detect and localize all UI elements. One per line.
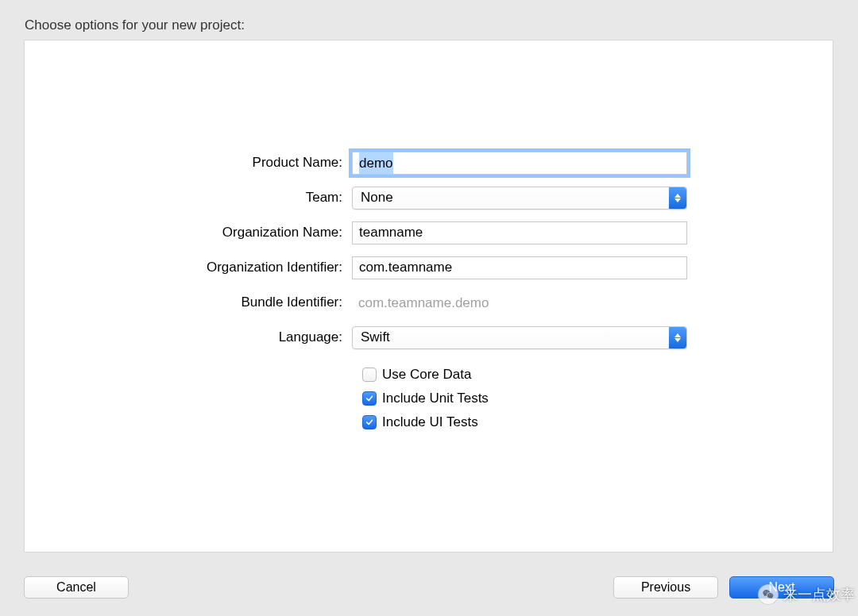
label-team: Team: — [25, 190, 352, 206]
product-name-field[interactable]: demo — [352, 152, 687, 175]
next-button[interactable]: Next — [729, 576, 834, 599]
include-ui-tests-checkbox[interactable] — [362, 415, 377, 429]
footer: Cancel Previous Next — [24, 576, 834, 599]
row-use-core-data: Use Core Data — [25, 363, 833, 387]
language-dropdown[interactable]: Swift — [352, 326, 687, 349]
chevron-updown-icon — [669, 327, 686, 348]
include-unit-tests-checkbox[interactable] — [362, 391, 377, 406]
bundle-identifier-value: com.teamname.demo — [352, 291, 687, 314]
label-bundle-identifier: Bundle Identifier: — [25, 295, 352, 310]
use-core-data-label: Use Core Data — [382, 367, 471, 383]
row-include-unit-tests: Include Unit Tests — [25, 387, 833, 410]
row-organization-name: Organization Name: — [25, 215, 833, 250]
cancel-button[interactable]: Cancel — [24, 576, 129, 599]
row-product-name: Product Name: demo — [25, 145, 833, 180]
page-title: Choose options for your new project: — [0, 0, 858, 33]
include-ui-tests-label: Include UI Tests — [382, 414, 478, 430]
checkmark-icon — [365, 418, 373, 426]
row-organization-identifier: Organization Identifier: — [25, 250, 833, 285]
label-product-name: Product Name: — [25, 155, 352, 171]
checkmark-icon — [365, 395, 373, 402]
organization-identifier-field[interactable] — [352, 256, 687, 279]
form-panel: Product Name: demo Team: None Organizati… — [24, 40, 833, 552]
row-bundle-identifier: Bundle Identifier: com.teamname.demo — [25, 285, 833, 320]
label-organization-name: Organization Name: — [25, 225, 352, 241]
label-organization-identifier: Organization Identifier: — [25, 260, 352, 275]
team-dropdown[interactable]: None — [352, 187, 687, 210]
row-team: Team: None — [25, 180, 833, 215]
use-core-data-checkbox[interactable] — [362, 368, 377, 382]
organization-name-field[interactable] — [352, 221, 687, 244]
row-include-ui-tests: Include UI Tests — [25, 410, 833, 434]
include-unit-tests-label: Include Unit Tests — [382, 391, 489, 406]
row-language: Language: Swift — [25, 320, 833, 355]
chevron-updown-icon — [669, 187, 686, 209]
previous-button[interactable]: Previous — [613, 576, 718, 599]
label-language: Language: — [25, 329, 352, 345]
